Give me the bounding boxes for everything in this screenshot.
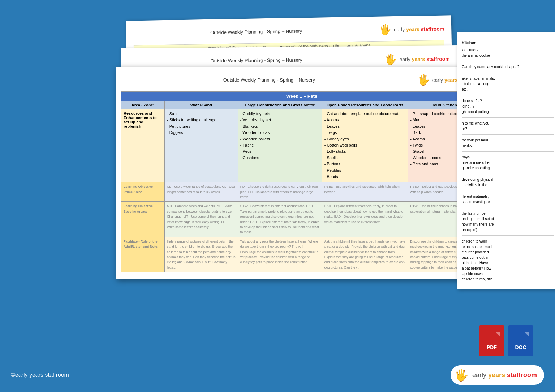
doc-front-title: Outside Weekly Planning - Spring – Nurse… — [121, 77, 417, 83]
right-panel-for-your: for your pet mud marks. — [462, 135, 554, 152]
download-buttons: PDF DOC — [479, 325, 533, 356]
footer-brand-text: early years staffroom — [472, 371, 537, 379]
list-item: Diggers — [167, 130, 236, 135]
can-they-text: Can they name any cookie shapes? — [462, 64, 554, 70]
footer: ©early years staffroom 🖐 early years sta… — [11, 365, 544, 385]
water-sand-resources: Sand Sticks for writing challenge Pet pi… — [165, 109, 238, 182]
children-work-text: children to work — [462, 239, 554, 244]
pdf-label: PDF — [487, 344, 497, 350]
right-panel-baking: ake, shape, animals, , baking, cat, dog,… — [462, 73, 554, 95]
right-panel-investigate: fferent materials, ses to investigate — [462, 191, 554, 208]
list-item: Shells — [324, 155, 406, 161]
learning-spec-open: EAD - Explore different materials freely… — [322, 202, 408, 237]
ferent-text: fferent materials, — [462, 194, 554, 199]
right-panel-trays: trays one or more other g and elaboratin… — [462, 152, 554, 174]
right-panel-can-they: Can they name any cookie shapes? — [462, 61, 554, 73]
large-construction-resources: Cuddly toy pets Vet role-play set Blanke… — [238, 109, 322, 182]
footer-hands-icon: 🖐 — [454, 368, 469, 382]
col-area-zone: Area / Zone: — [121, 101, 165, 109]
doc-back-header: Outside Weekly Planning - Spring – Nurse… — [133, 23, 444, 42]
cookie-cutters-text: kie cutters — [462, 47, 554, 53]
marks-text: marks. — [462, 143, 554, 148]
list-item: Buttons — [324, 161, 406, 167]
upside-down-text: Upside down! — [462, 271, 554, 276]
right-panel-children-work: children to work te bat shaped mud e cut… — [462, 236, 554, 285]
list-item: Blankets — [240, 124, 320, 129]
night-time-text: night time. Have — [462, 260, 554, 266]
col-large-construction: Large Construction and Gross Motor — [238, 101, 322, 109]
for-your-text: for your pet mud — [462, 138, 554, 143]
list-item: Cuddly toy pets — [240, 111, 320, 117]
col-water-sand: Water/Sand — [165, 101, 238, 109]
list-item: Pet pictures — [167, 124, 236, 129]
open-ended-resources: Cat and dog template outline picture mat… — [322, 109, 408, 182]
list-item: Pebbles — [324, 168, 406, 173]
baking-text3: etc. — [462, 87, 554, 92]
pdf-download-button[interactable]: PDF — [479, 325, 504, 356]
list-item: Googly eyes — [324, 136, 406, 142]
doc-file-icon: DOC — [513, 332, 529, 353]
brand-hands-icon: 🖐 — [379, 23, 392, 36]
doc-label: DOC — [515, 344, 526, 350]
learning-spec-construction: UTW - Show interest in different occupat… — [238, 202, 322, 237]
brand-hands-middle-icon: 🖐 — [384, 53, 397, 65]
cutter-text: e cutter provided. — [462, 249, 554, 255]
kitchen-heading: Kitchen — [462, 40, 554, 46]
list-item: Sticks for writing challenge — [167, 117, 236, 123]
list-item: Wooden blocks — [240, 130, 320, 135]
doc-right-panel: Kitchen kie cutters the animal cookie Ca… — [457, 32, 555, 289]
bat-shaped-text: te bat shaped mud — [462, 244, 554, 249]
learning-spec-water: MD - Compare sizes and weights. MD - Mak… — [165, 202, 238, 237]
children-mix-text: children to mix, stir, — [462, 276, 554, 282]
activities-text: l activities in the — [462, 182, 554, 188]
tell-me-text: n to me what you — [462, 121, 554, 126]
ar-text: ar? — [462, 126, 554, 131]
facilitate-label: Facilitate - Role of the Adult/Listen an… — [121, 237, 165, 272]
investigate-text: ses to investigate — [462, 199, 554, 205]
brand-text: early years staffroom — [394, 26, 444, 32]
footer-years: years — [488, 371, 507, 379]
facilitate-open: Ask the children if they have a pet. Han… — [322, 237, 408, 272]
right-panel-developing: developing physical l activities in the — [462, 174, 554, 191]
counting-text: unting a small set of — [462, 216, 554, 222]
doc-front: Outside Weekly Planning - Spring – Nurse… — [116, 67, 488, 279]
elaborating-text: g and elaborating — [462, 165, 554, 171]
list-item: Pegs — [240, 149, 320, 154]
footer-staffroom: staffroom — [507, 371, 537, 379]
learning-prime-open: PSED - use activities and resources, wit… — [322, 182, 408, 202]
brand-hands-front-icon: 🖐 — [417, 74, 430, 86]
putting-text: ght about putting — [462, 109, 554, 114]
baking-text2: , baking, cat, dog, — [462, 81, 554, 87]
one-more-text: one or more other — [462, 160, 554, 165]
doc-download-button[interactable]: DOC — [508, 325, 533, 356]
learning-spec-row: Learning Objective Specific Areas: MD - … — [121, 202, 482, 237]
col-open-ended: Open Ended Resources and Loose Parts — [322, 101, 408, 109]
brand-text-middle: early years staffroom — [399, 56, 449, 62]
facilitate-construction: Talk about any pets the children have at… — [238, 237, 322, 272]
large-construction-list: Cuddly toy pets Vet role-play set Blanke… — [240, 111, 320, 161]
pdf-file-icon: PDF — [484, 332, 500, 353]
list-item: Cat and dog template outline picture mat… — [324, 111, 406, 117]
week-header: Week 1 – Pets — [121, 92, 482, 101]
baking-text: ake, shape, animals, — [462, 76, 554, 81]
footer-early: early — [472, 371, 488, 379]
developing-text: developing physical — [462, 177, 554, 182]
open-ended-list: Cat and dog template outline picture mat… — [324, 111, 406, 179]
animal-cookie-text: the animal cookie — [462, 53, 554, 58]
right-panel-number: the last number unting a small set of ho… — [462, 208, 554, 236]
last-number-text: the last number — [462, 211, 554, 216]
list-item: Fabric — [240, 143, 320, 148]
done-text: done so far? — [462, 98, 554, 104]
list-item: Cotton wool balls — [324, 143, 406, 148]
principle-text: principle') — [462, 227, 554, 232]
list-item: Beads — [324, 174, 406, 179]
facilitate-water: Hide a range of pictures of different pe… — [165, 237, 238, 272]
list-item: Lolly sticks — [324, 149, 406, 154]
learning-spec-label: Learning Objective Specific Areas: — [121, 202, 165, 237]
facilitate-row: Facilitate - Role of the Adult/Listen an… — [121, 237, 482, 272]
footer-brand: 🖐 early years staffroom — [451, 365, 544, 385]
learning-prime-construction: PD - Choose the right resources to carry… — [238, 182, 322, 202]
right-panel-done: done so far? lding...? ght about putting — [462, 95, 554, 118]
list-item: Wooden pallets — [240, 136, 320, 142]
how-many-text: how many there are — [462, 222, 554, 227]
